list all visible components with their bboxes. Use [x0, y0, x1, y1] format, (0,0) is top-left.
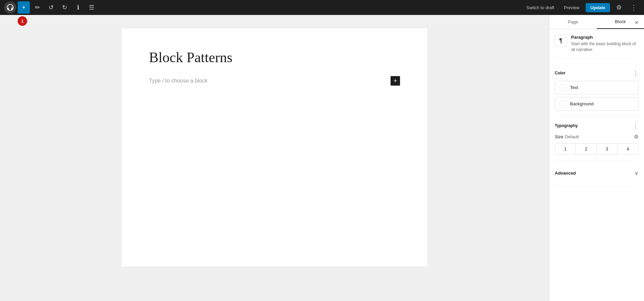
- gear-icon: ⚙: [616, 4, 622, 11]
- info-button[interactable]: ℹ: [72, 1, 84, 14]
- block-icon: ¶: [555, 35, 567, 47]
- undo-button[interactable]: ↺: [45, 1, 57, 14]
- size-button-3[interactable]: 3: [597, 144, 618, 154]
- main-toolbar: + ✏ ↺ ↻ ℹ ☰ Switch to draft Preview Upda…: [0, 0, 644, 15]
- block-title: Paragraph: [571, 35, 639, 40]
- block-placeholder: Type / to choose a block +: [149, 76, 400, 86]
- redo-button[interactable]: ↻: [58, 1, 71, 14]
- post-title[interactable]: Block Patterns: [149, 49, 400, 66]
- text-color-label: Text: [570, 85, 578, 90]
- typography-more-button[interactable]: ⋮: [632, 122, 639, 129]
- size-default-value: Default: [565, 134, 579, 139]
- color-more-button[interactable]: ⋮: [632, 69, 639, 77]
- size-label-group: Size Default: [555, 134, 579, 140]
- switch-to-draft-button[interactable]: Switch to draft: [523, 3, 557, 12]
- size-label: Size: [555, 134, 563, 139]
- color-section-header: Color ⋮: [555, 69, 639, 77]
- chevron-down-icon: ∨: [634, 170, 639, 176]
- plus-icon: +: [22, 4, 26, 11]
- block-info: ¶ Paragraph Start with the basic buildin…: [555, 35, 639, 58]
- list-icon: ☰: [89, 4, 94, 11]
- more-options-button[interactable]: ⋮: [628, 1, 640, 14]
- toolbar-right: Switch to draft Preview Update ⚙ ⋮: [523, 1, 640, 14]
- typography-section-header: Typography ⋮: [555, 122, 639, 129]
- tab-page[interactable]: Page: [549, 15, 597, 29]
- color-section: Color ⋮ Text Background: [555, 64, 639, 117]
- pencil-icon: ✏: [35, 4, 40, 11]
- color-option-background[interactable]: Background: [555, 97, 639, 111]
- advanced-header[interactable]: Advanced ∨: [555, 166, 639, 180]
- size-button-1[interactable]: 1: [555, 144, 576, 154]
- size-button-2[interactable]: 2: [576, 144, 596, 154]
- list-view-button[interactable]: ☰: [86, 1, 98, 14]
- close-sidebar-button[interactable]: ×: [630, 16, 643, 29]
- color-option-text[interactable]: Text: [555, 81, 639, 94]
- main-layout: Block Patterns Type / to choose a block …: [0, 15, 644, 301]
- size-button-4[interactable]: 4: [618, 144, 638, 154]
- notification-badge: 1: [18, 16, 27, 26]
- advanced-section: Advanced ∨: [555, 160, 639, 186]
- settings-button[interactable]: ⚙: [613, 1, 625, 14]
- add-block-inline-button[interactable]: +: [391, 76, 400, 86]
- toolbar-left: + ✏ ↺ ↻ ℹ ☰: [4, 1, 98, 14]
- block-info-text: Paragraph Start with the basic building …: [571, 35, 639, 53]
- block-description: Start with the basic building block of a…: [571, 41, 639, 53]
- sidebar: Page Block × ¶ Paragraph Start with the …: [549, 15, 644, 301]
- typography-section-title: Typography: [555, 123, 578, 128]
- color-section-title: Color: [555, 71, 565, 75]
- sidebar-content: ¶ Paragraph Start with the basic buildin…: [549, 29, 644, 301]
- update-button[interactable]: Update: [586, 3, 610, 12]
- block-placeholder-text[interactable]: Type / to choose a block: [149, 78, 391, 84]
- background-color-circle: [559, 100, 567, 108]
- add-block-button[interactable]: +: [18, 1, 30, 14]
- plus-icon-inline: +: [394, 77, 397, 85]
- editor-area: Block Patterns Type / to choose a block …: [0, 15, 549, 301]
- background-color-label: Background: [570, 101, 593, 106]
- undo-icon: ↺: [49, 4, 54, 11]
- text-color-circle: [559, 84, 567, 91]
- more-vertical-icon: ⋮: [630, 3, 637, 12]
- size-row: Size Default ⚙: [555, 134, 639, 140]
- advanced-title: Advanced: [555, 171, 576, 176]
- wp-logo[interactable]: [4, 1, 16, 14]
- editor-canvas: Block Patterns Type / to choose a block …: [122, 29, 427, 266]
- edit-button[interactable]: ✏: [31, 1, 43, 14]
- typography-section: Typography ⋮ Size Default ⚙ 1 2 3: [555, 117, 639, 160]
- info-icon: ℹ: [77, 4, 79, 11]
- preview-button[interactable]: Preview: [561, 3, 583, 12]
- size-buttons: 1 2 3 4: [555, 143, 639, 155]
- size-filter-button[interactable]: ⚙: [634, 134, 639, 140]
- sidebar-tabs: Page Block ×: [549, 15, 644, 29]
- redo-icon: ↻: [62, 4, 67, 11]
- filter-icon: ⚙: [634, 134, 639, 140]
